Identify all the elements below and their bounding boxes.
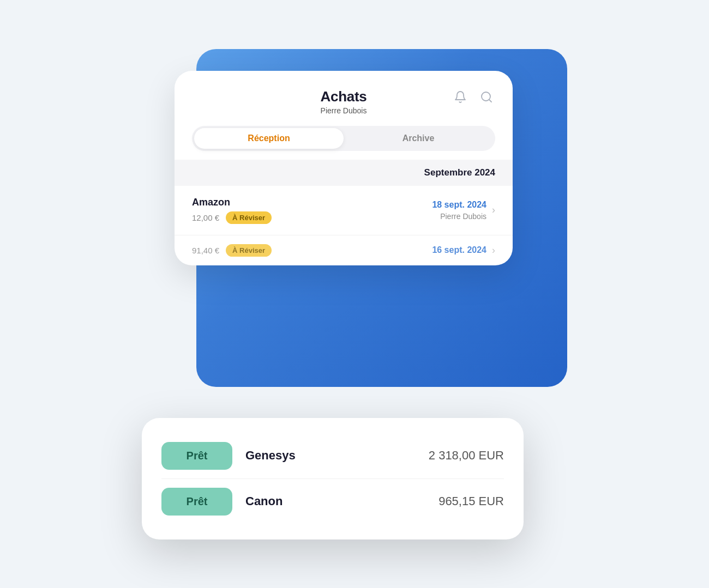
app-title: Achats (321, 88, 367, 105)
partial-badge: À Réviser (226, 244, 272, 257)
amount-canon: 965,15 EUR (438, 494, 504, 508)
transaction-left: Amazon 12,00 € À Réviser (192, 197, 432, 224)
transaction-right: 18 sept. 2024 Pierre Dubois (432, 200, 486, 221)
svg-line-1 (489, 99, 491, 101)
section-header: Septembre 2024 (175, 160, 513, 186)
section-month: Septembre 2024 (192, 167, 495, 178)
main-card: Achats Pierre Dubois Réception Archive S… (175, 71, 513, 265)
transaction-amount: 12,00 € (192, 213, 219, 222)
vendor-canon: Canon (245, 494, 425, 508)
vendor-genesys: Genesys (245, 448, 416, 463)
transaction-row[interactable]: Amazon 12,00 € À Réviser 18 sept. 2024 P… (175, 186, 513, 235)
tab-reception[interactable]: Réception (194, 128, 344, 149)
app-subtitle: Pierre Dubois (321, 106, 367, 115)
partial-row[interactable]: 91,40 € À Réviser 16 sept. 2024 › (175, 235, 513, 265)
tab-archive[interactable]: Archive (344, 128, 493, 149)
overlay-row-genesys[interactable]: Prêt Genesys 2 318,00 EUR (161, 433, 504, 478)
overlay-card: Prêt Genesys 2 318,00 EUR Prêt Canon 965… (142, 418, 524, 539)
partial-left: 91,40 € À Réviser (192, 244, 432, 257)
tab-switcher: Réception Archive (192, 126, 495, 151)
card-header: Achats Pierre Dubois (175, 71, 513, 126)
chevron-right-icon: › (492, 204, 495, 216)
partial-chevron-icon: › (492, 245, 495, 256)
transaction-date: 18 sept. 2024 (432, 200, 486, 210)
search-button[interactable] (478, 88, 495, 106)
badge-pret-canon: Prêt (161, 488, 232, 516)
header-icons (452, 88, 495, 106)
transaction-person: Pierre Dubois (440, 212, 486, 221)
badge-pret-genesys: Prêt (161, 442, 232, 470)
partial-date: 16 sept. 2024 (432, 245, 486, 255)
transaction-name: Amazon (192, 197, 432, 208)
amount-genesys: 2 318,00 EUR (429, 448, 504, 463)
bell-button[interactable] (452, 88, 469, 106)
scene: Achats Pierre Dubois Réception Archive S… (142, 49, 567, 539)
partial-amount: 91,40 € (192, 246, 219, 255)
transaction-bottom: 12,00 € À Réviser (192, 211, 432, 224)
badge-reviser: À Réviser (226, 211, 272, 224)
overlay-row-canon[interactable]: Prêt Canon 965,15 EUR (161, 478, 504, 524)
